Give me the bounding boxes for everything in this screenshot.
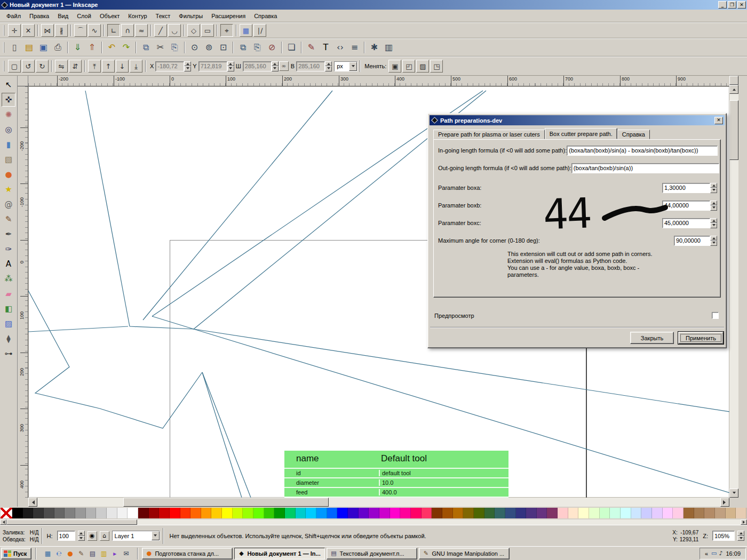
quicklaunch-media-player[interactable]: ▸ [109,548,120,559]
node-smooth-icon[interactable]: ∩ [121,24,134,37]
spin-up-icon[interactable] [710,236,717,241]
lower-to-bottom-icon[interactable]: ⤓ [130,60,142,73]
node-tool[interactable]: ✜ [2,93,15,107]
palette-scrollbar[interactable] [0,519,747,525]
show-grid-icon[interactable]: ▦ [240,24,252,37]
redo-icon[interactable]: ↷ [119,41,133,55]
scrollbar-extra-button[interactable] [729,76,738,85]
height-input[interactable]: 285,160 [296,61,325,71]
rectangle-tool[interactable]: ▮ [2,138,15,151]
outgoing-formula-input[interactable]: (boxa/tan(boxb)/sin(a)) [571,163,719,173]
spin-up-icon[interactable] [325,61,332,67]
join-nodes-icon[interactable]: ⋈ [41,24,54,37]
opacity-spinner[interactable] [78,531,85,541]
bucket-tool[interactable]: ◧ [2,302,15,316]
spin-up-icon[interactable] [184,61,191,67]
max-angle-input[interactable]: 90,00000 [674,236,710,246]
color-swatch[interactable] [264,508,275,518]
color-swatch[interactable] [190,508,201,518]
spin-up-icon[interactable] [272,61,279,67]
spinner[interactable] [710,236,717,246]
y-spinner[interactable] [227,61,234,71]
vertical-scroll-thumb[interactable] [729,100,738,160]
dialog-close-icon[interactable]: ✕ [714,117,723,124]
spin-down-icon[interactable] [227,66,234,71]
ingoing-formula-input[interactable]: (boxa/tan(boxb)/sin(a) - boxa/sin(boxb)/… [567,146,718,156]
width-spinner[interactable] [272,61,279,71]
toolbar-drag-handle[interactable] [3,25,5,36]
spin-up-icon[interactable] [710,201,717,206]
segment-line-icon[interactable]: ╱ [154,24,167,37]
spin-down-icon[interactable] [272,66,279,71]
color-swatch[interactable] [285,508,296,518]
color-swatch[interactable] [54,508,65,518]
quicklaunch-explorer[interactable]: ▥ [98,548,109,559]
node-corner-icon[interactable]: ∟ [107,24,120,37]
menu-object[interactable]: Объект [96,11,124,21]
color-swatch[interactable] [684,508,694,518]
save-document-icon[interactable]: ▣ [36,41,51,55]
show-guides-icon[interactable]: ∣∕ [253,24,266,37]
flip-vertical-icon[interactable]: ⇵ [69,60,82,73]
toolbar-drag-handle[interactable] [3,42,5,53]
color-swatch[interactable] [600,508,610,518]
color-swatch[interactable] [222,508,233,518]
tweak-tool[interactable]: ✺ [2,108,15,122]
close-dialog-button[interactable]: Закрыть [630,332,674,344]
color-swatch[interactable] [589,508,600,518]
color-swatch[interactable] [621,508,631,518]
palette-scroll-left-icon[interactable] [0,519,6,525]
object-to-path-icon[interactable]: ◇ [187,24,200,37]
menu-edit[interactable]: Правка [25,11,53,21]
delete-node-icon[interactable]: ✕ [22,24,35,37]
affect-corners-icon[interactable]: ◰ [402,60,415,73]
quicklaunch-internet-explorer[interactable]: ℮ [53,548,64,559]
lock-ratio-icon[interactable]: ∞ [279,61,289,71]
scroll-up-icon[interactable] [729,85,738,94]
quicklaunch-mail[interactable]: ✉ [121,548,131,559]
layer-lock-icon[interactable]: ⌂ [100,531,109,541]
group-icon[interactable]: ❏ [284,41,299,55]
color-swatch[interactable] [170,508,180,518]
color-swatch[interactable] [610,508,621,518]
eraser-tool[interactable]: ▰ [2,287,15,301]
menu-help[interactable]: Справка [250,11,281,21]
color-swatch[interactable] [558,508,568,518]
horizontal-scroll-thumb[interactable] [123,498,329,507]
scroll-down-icon[interactable] [729,489,738,498]
color-swatch[interactable] [422,508,432,518]
task-inkscape-document[interactable]: ◆Новый документ 1 — In... [234,548,325,559]
clone-icon[interactable]: ⎘ [250,41,265,55]
units-dropdown[interactable]: px [334,61,357,71]
color-swatch[interactable] [233,508,243,518]
spin-up-icon[interactable] [737,531,744,536]
color-swatch[interactable] [243,508,253,518]
start-button[interactable]: Пуск [1,548,31,559]
star-tool[interactable]: ★ [2,182,15,196]
text-dialog-icon[interactable]: T [319,41,333,55]
break-nodes-icon[interactable]: ∦ [55,24,68,37]
text-tool[interactable]: A [2,257,15,271]
color-swatch[interactable] [411,508,422,518]
chevron-down-icon[interactable] [152,531,160,540]
vertical-scrollbar[interactable] [729,76,738,498]
color-swatch[interactable] [474,508,484,518]
color-swatch[interactable] [201,508,212,518]
affect-stroke-icon[interactable]: ▣ [388,60,401,73]
color-swatch[interactable] [516,508,527,518]
pen-tool[interactable]: ✒ [2,227,15,241]
spin-down-icon[interactable] [710,188,717,193]
lower-icon[interactable]: ↓ [116,60,129,73]
paste-icon[interactable]: ⎘ [168,41,182,55]
no-color-swatch[interactable] [1,508,12,518]
connector-tool[interactable]: ⊶ [2,347,15,361]
export-icon[interactable]: ⇑ [85,41,99,55]
align-dialog-icon[interactable]: ≡ [347,41,362,55]
y-input[interactable]: 712,819 [198,61,227,71]
spinner[interactable] [710,183,717,193]
zoom-input[interactable]: 105% [712,531,735,541]
layer-dropdown[interactable]: Layer 1 [112,531,160,541]
vertical-ruler[interactable]: -200-1000100200300400 [18,86,28,498]
x-spinner[interactable] [184,61,191,71]
boxa-input[interactable]: 1,30000 [662,183,710,193]
